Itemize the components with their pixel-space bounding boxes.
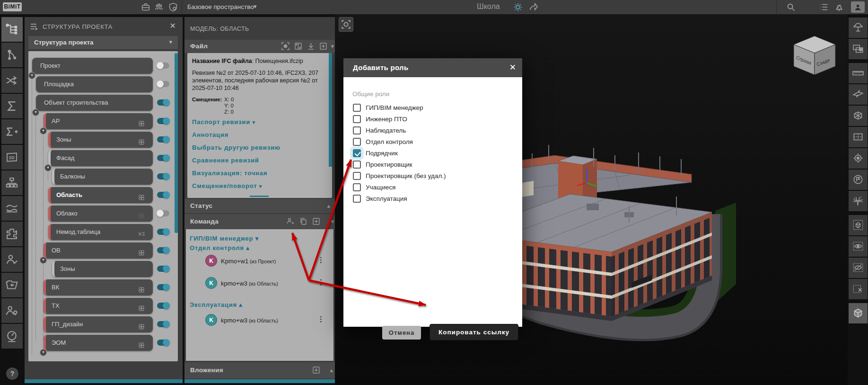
tool-section-box[interactable] (849, 106, 868, 126)
workspace-selector[interactable]: Базовое пространство (187, 3, 254, 10)
shield-icon[interactable] (167, 2, 179, 12)
visibility-toggle[interactable] (157, 192, 169, 198)
tool-structure-tree[interactable] (1, 17, 23, 42)
tree-row[interactable]: Площадка (36, 76, 153, 92)
tool-user-location[interactable] (1, 298, 23, 323)
tool-ghost-cube[interactable] (849, 215, 868, 235)
tool-geometry-nodes[interactable] (1, 43, 23, 67)
tool-view-2d[interactable]: 2D (1, 145, 23, 170)
plus-icon[interactable] (312, 366, 321, 375)
app-logo[interactable]: BiMiT (3, 2, 22, 11)
checkbox[interactable] (353, 104, 361, 112)
expander-icon[interactable]: ▾ (44, 164, 52, 171)
expander-icon[interactable]: ▾ (40, 127, 47, 134)
link-choose-revision[interactable]: Выбрать другую ревизию (192, 144, 281, 151)
visibility-toggle[interactable] (157, 81, 169, 87)
tool-plugin[interactable] (1, 222, 23, 246)
checkbox[interactable] (353, 183, 361, 191)
file-scrollbar[interactable] (329, 53, 332, 167)
tool-curves[interactable] (1, 196, 23, 221)
copy-link-button[interactable]: Копировать ссылку (430, 324, 518, 340)
file-section-bar[interactable]: Файл ▾ (184, 40, 335, 53)
bell-icon[interactable] (833, 2, 845, 12)
tree-scrollbar[interactable] (175, 53, 178, 233)
team-group-link[interactable]: Отдел контроля ▴ (190, 244, 250, 251)
tool-folder-share[interactable] (1, 273, 23, 297)
visibility-toggle[interactable] (157, 118, 169, 124)
visibility-toggle[interactable] (157, 99, 169, 106)
user-icon[interactable] (851, 1, 865, 13)
tool-clip-plane[interactable] (849, 84, 868, 105)
cancel-button[interactable]: Отмена (382, 326, 421, 340)
tool-show-eye[interactable] (849, 236, 868, 257)
tree-row[interactable]: Зоны (52, 261, 153, 277)
visibility-toggle[interactable] (157, 155, 169, 161)
tool-ruler[interactable] (849, 63, 868, 83)
team-role-link[interactable]: ГИП/BIM менеджер ▾ (190, 235, 259, 242)
tool-sum-plus[interactable] (1, 119, 23, 144)
tool-shuffle[interactable] (1, 68, 23, 93)
tree-row[interactable]: Немод.таблица (48, 224, 153, 240)
visibility-toggle[interactable] (157, 340, 169, 346)
link-compare-revisions[interactable]: Сравнение ревизий (192, 157, 259, 164)
checkbox[interactable] (353, 138, 361, 146)
visibility-toggle[interactable] (157, 63, 169, 69)
team-icon[interactable] (153, 2, 165, 12)
tree-row[interactable]: Зоны (48, 132, 153, 148)
checkbox[interactable] (353, 126, 361, 134)
structure-dropdown[interactable]: Структура проекта ▾ (28, 36, 178, 49)
tree-row[interactable]: ОВ (44, 242, 153, 259)
avatar[interactable]: K (205, 255, 217, 267)
member-menu-icon[interactable]: ⋮ (317, 278, 324, 287)
visibility-toggle[interactable] (157, 229, 169, 235)
expander-icon[interactable]: ▾ (40, 349, 47, 356)
tool-floorplan[interactable] (849, 127, 868, 147)
help-button[interactable]: ? (6, 367, 18, 380)
avatar[interactable]: K (205, 277, 217, 289)
tool-gauge[interactable] (1, 324, 23, 349)
visibility-toggle[interactable] (157, 173, 169, 179)
expander-icon[interactable]: ▾ (40, 257, 47, 264)
chevron-up-icon[interactable]: ▴ (330, 367, 333, 374)
expander-icon[interactable]: ▾ (28, 72, 35, 79)
attachments-section-bar[interactable]: Вложения ▴ (184, 362, 335, 378)
checkbox[interactable] (353, 172, 361, 180)
team-group-link[interactable]: Эксплуатация ▴ (190, 301, 243, 308)
search-icon[interactable] (785, 2, 797, 12)
view-cube[interactable]: Справа Сзади (791, 33, 838, 78)
tree-row[interactable]: ЭОМ (44, 335, 153, 351)
tool-hierarchy[interactable] (1, 170, 23, 195)
link-visualization[interactable]: Визуализация: точная (192, 170, 267, 177)
tree-row[interactable]: Проект (32, 58, 153, 74)
chevron-up-icon[interactable]: ▴ (327, 202, 330, 209)
chevron-down-icon[interactable]: ▾ (254, 3, 257, 10)
close-icon[interactable]: ✕ (509, 63, 516, 72)
download-icon[interactable] (307, 42, 316, 51)
avatar[interactable]: K (205, 314, 217, 326)
link-annotation[interactable]: Аннотация (192, 131, 228, 138)
person-add-icon[interactable] (286, 217, 295, 226)
list-icon[interactable] (818, 2, 830, 12)
tool-sum[interactable] (1, 94, 23, 118)
gear-icon[interactable] (512, 2, 524, 12)
tree-row[interactable]: Балконы (52, 169, 153, 185)
tool-user-check[interactable] (1, 247, 23, 272)
tree-row[interactable]: Объект строительства (36, 95, 153, 111)
tree-row[interactable]: Облако (48, 206, 153, 222)
visibility-toggle[interactable] (157, 284, 169, 290)
checkbox[interactable] (353, 161, 361, 169)
plus-icon[interactable] (312, 217, 321, 226)
tool-focus-target[interactable] (849, 148, 868, 169)
screenshot-camera-button[interactable] (339, 17, 353, 32)
plus-icon[interactable] (319, 42, 328, 51)
tool-solid-cube[interactable] (849, 303, 868, 323)
visibility-toggle[interactable] (157, 210, 169, 216)
chevron-down-icon[interactable]: ▾ (331, 43, 334, 50)
expander-icon[interactable]: ▾ (32, 109, 39, 116)
member-menu-icon[interactable]: ⋮ (317, 315, 324, 323)
tree-row[interactable]: ТХ (44, 298, 153, 314)
share-icon[interactable] (528, 2, 539, 12)
tool-flag[interactable] (849, 170, 868, 190)
tool-levels-axes[interactable]: 12 (849, 191, 868, 211)
close-icon[interactable]: ✕ (170, 21, 176, 30)
